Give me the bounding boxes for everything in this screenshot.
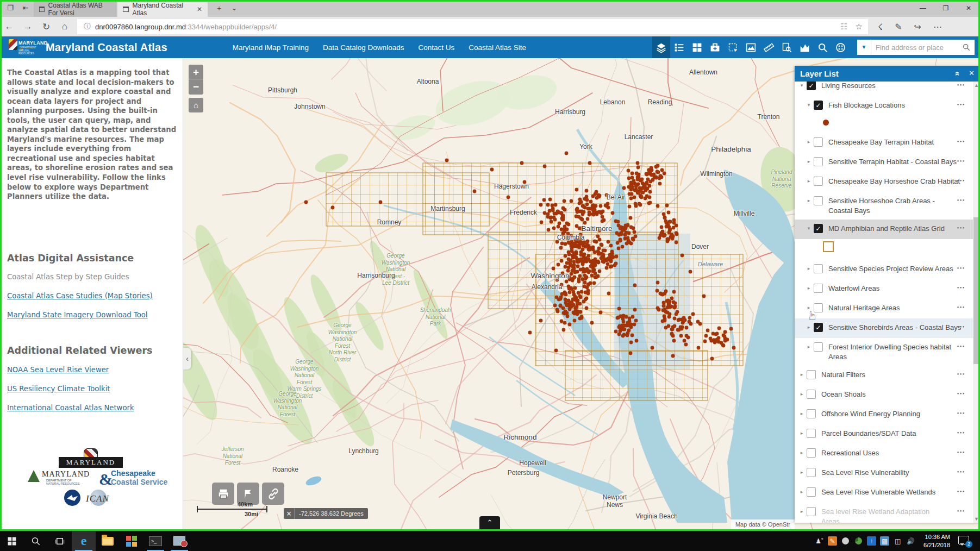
layer-row-1[interactable]: ▾✓Fish Blockage Locations●●● — [795, 96, 973, 116]
tab-preview-icon[interactable]: ⇤ — [20, 3, 32, 14]
taskbar-clock[interactable]: 10:36 AM 6/21/2018 — [923, 533, 950, 549]
search-source-dropdown[interactable]: ▼ — [857, 40, 871, 55]
taskbar-edge-button[interactable]: e — [72, 531, 96, 551]
start-button[interactable] — [5, 535, 18, 548]
crosshair-icon[interactable]: ⨯ — [284, 508, 295, 519]
expand-arrow-icon[interactable]: ▸ — [806, 266, 812, 271]
scrollbar-thumb[interactable] — [973, 217, 979, 364]
layer-checkbox[interactable] — [814, 196, 823, 205]
expand-arrow-icon[interactable]: ▸ — [799, 469, 804, 475]
layer-row-6[interactable]: ▾✓MD Amphibian and Reptile Atlas Grid●●● — [795, 220, 973, 239]
widget-button-analysis[interactable] — [832, 36, 850, 58]
settings-more-icon[interactable]: ⋯ — [933, 22, 942, 32]
search-button[interactable] — [958, 40, 975, 55]
taskbar-search-button[interactable] — [29, 535, 42, 548]
url-field[interactable]: ⓘ dnr0097860.langroup.dnr.md :3344/webap… — [77, 19, 868, 34]
layer-menu-icon[interactable]: ●●● — [957, 286, 965, 289]
layer-menu-icon[interactable]: ●●● — [957, 266, 965, 270]
task-view-button[interactable] — [53, 535, 66, 548]
layer-row-3[interactable]: ▸Sensitive Terrapin Habitat - Coastal Ba… — [795, 153, 973, 172]
layer-checkbox[interactable] — [807, 487, 816, 497]
layer-checkbox[interactable] — [814, 157, 823, 166]
layer-checkbox[interactable] — [814, 342, 823, 352]
layer-row-10[interactable]: ▸✓Sensitive Shorebirds Areas - Coastal B… — [795, 318, 973, 338]
favorite-star-icon[interactable]: ☆ — [856, 22, 863, 32]
expand-arrow-icon[interactable]: ▸ — [806, 159, 812, 164]
header-nav-link-3[interactable]: Coastal Atlas Site — [469, 43, 526, 52]
expand-arrow-icon[interactable]: ▸ — [799, 509, 804, 514]
layer-menu-icon[interactable]: ●●● — [957, 179, 965, 182]
layer-checkbox[interactable] — [807, 409, 816, 418]
layer-row-9[interactable]: ▸Natural Heritage Areas●●● — [795, 299, 973, 318]
layer-row-14[interactable]: ▸Offshore Wind Energy Planning●●● — [795, 405, 973, 424]
window-minimize-button[interactable]: ― — [912, 0, 934, 17]
home-icon[interactable]: ⌂ — [55, 21, 74, 32]
zoom-in-button[interactable]: + — [189, 65, 203, 79]
network-icon[interactable]: ◫ — [893, 536, 902, 546]
layer-row-12[interactable]: ▸Natural Filters●●● — [795, 366, 973, 385]
header-nav-link-2[interactable]: Contact Us — [418, 43, 454, 52]
expand-arrow-icon[interactable]: ▸ — [806, 198, 812, 203]
window-close-button[interactable]: ✕ — [957, 0, 980, 17]
layer-checkbox[interactable] — [814, 264, 823, 273]
layer-row-16[interactable]: ▸Recreational Uses●●● — [795, 444, 973, 464]
share-icon[interactable]: ↪ — [914, 22, 921, 32]
layer-checkbox[interactable] — [807, 370, 816, 379]
widget-button-legend[interactable] — [670, 36, 688, 58]
layer-checkbox[interactable] — [807, 390, 816, 399]
sidebar-link[interactable]: Maryland State Imagery Download Tool — [7, 311, 148, 319]
layer-menu-icon[interactable]: ●●● — [957, 490, 965, 493]
window-restore-button[interactable]: ❐ — [934, 0, 957, 17]
layer-row-17[interactable]: ▸Sea Level Rise Vulnerability●●● — [795, 464, 973, 483]
sidebar-collapse-handle[interactable]: ‹ — [183, 348, 191, 370]
bluetooth-icon[interactable]: ᛂ — [867, 536, 876, 546]
reading-view-icon[interactable]: ☷ — [840, 22, 847, 32]
expand-arrow-icon[interactable]: ▸ — [799, 411, 804, 416]
zoom-out-button[interactable]: − — [189, 79, 203, 94]
taskbar-console-button[interactable]: >_ — [143, 531, 167, 551]
layer-menu-icon[interactable]: ●●● — [957, 372, 965, 375]
layer-checkbox[interactable] — [814, 137, 823, 147]
layer-menu-icon[interactable]: ●●● — [957, 431, 965, 434]
layer-row-18[interactable]: ▸Sea Level Rise Vulnerable Wetlands●●● — [795, 483, 973, 503]
action-center-button[interactable]: 2 — [958, 536, 972, 547]
refresh-icon[interactable]: ↻ — [37, 21, 55, 33]
scroll-down-icon[interactable]: ▼ — [973, 515, 980, 523]
volume-icon[interactable]: 🔊 — [906, 536, 915, 546]
collapse-arrow-icon[interactable]: ▾ — [799, 83, 804, 88]
expand-arrow-icon[interactable]: ▸ — [799, 450, 804, 455]
widget-button-draw[interactable] — [742, 36, 760, 58]
taskbar-store-button[interactable] — [120, 531, 143, 551]
layer-row-8[interactable]: ▸Waterfowl Areas●●● — [795, 279, 973, 299]
expand-arrow-icon[interactable]: ▸ — [806, 178, 812, 184]
panel-scrollbar[interactable]: ▲ ▼ — [973, 82, 980, 523]
layer-row-13[interactable]: ▸Ocean Shoals●●● — [795, 385, 973, 405]
expand-arrow-icon[interactable]: ▸ — [806, 285, 812, 291]
taskbar-file-explorer-button[interactable] — [96, 531, 120, 551]
scroll-up-icon[interactable]: ▲ — [973, 82, 980, 89]
layer-menu-icon[interactable]: ●●● — [957, 509, 965, 512]
back-icon[interactable]: ← — [0, 21, 18, 32]
widget-button-search[interactable] — [814, 36, 832, 58]
people-tray-icon[interactable]: ♟˚ — [815, 536, 824, 546]
tab-inactive[interactable]: Coastal Atlas WAB For Versi — [34, 2, 116, 17]
widget-button-measure[interactable] — [760, 36, 778, 58]
layer-row-0[interactable]: ▾✓Living Resources●●● — [795, 82, 973, 96]
sidebar-link[interactable]: NOAA Sea Level Rise Viewer — [7, 366, 109, 374]
layer-checkbox[interactable] — [814, 177, 823, 186]
layer-menu-icon[interactable]: ●●● — [957, 345, 965, 348]
layer-menu-icon[interactable]: ●●● — [957, 198, 965, 202]
site-info-icon[interactable]: ⓘ — [84, 22, 91, 32]
expand-arrow-icon[interactable]: ▸ — [806, 305, 812, 310]
header-nav-link-0[interactable]: Maryland iMap Training — [233, 43, 309, 52]
hub-favorites-icon[interactable]: ☇ — [878, 22, 883, 32]
default-extent-button[interactable]: ⌂ — [189, 98, 203, 112]
sidebar-link[interactable]: US Resiliency Climate Toolkit — [7, 385, 110, 393]
layer-row-19[interactable]: ▸Sea level Rise Wetland Adaptation Areas… — [795, 503, 973, 523]
widget-button-basemap[interactable] — [688, 36, 706, 58]
layer-checkbox[interactable]: ✓ — [814, 101, 823, 110]
web-note-icon[interactable]: ✎ — [895, 22, 902, 32]
header-nav-link-1[interactable]: Data Catalog Downloads — [323, 43, 404, 52]
layer-row-5[interactable]: ▸Sensitive Horseshoe Crab Areas - Coasta… — [795, 192, 973, 220]
layer-menu-icon[interactable]: ●●● — [957, 392, 965, 395]
